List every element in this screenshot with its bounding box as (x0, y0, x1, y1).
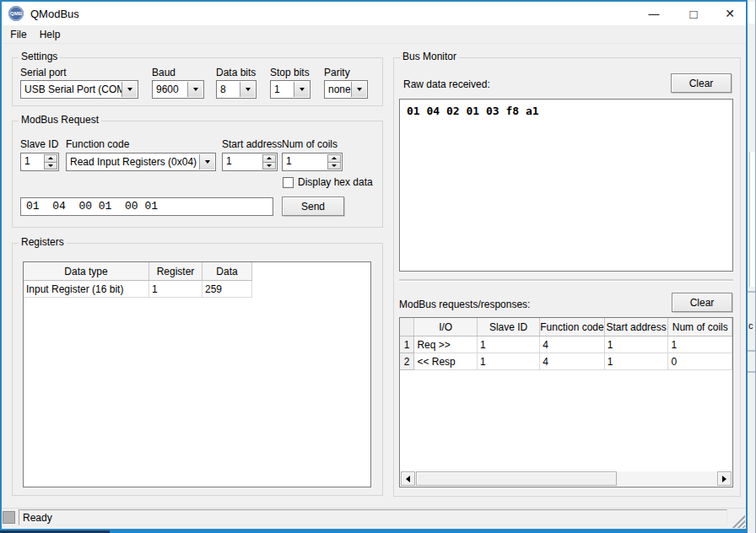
requests-col-slave-id: Slave ID (477, 318, 539, 336)
app-icon[interactable]: QMB (8, 6, 24, 21)
status-message-panel: Ready (19, 509, 727, 525)
bus-monitor-group-title: Bus Monitor (400, 51, 459, 62)
registers-group-title: Registers (19, 237, 67, 248)
requests-table: I/O Slave ID Function code Start address… (399, 317, 733, 487)
background-window-clipped-text: c (748, 320, 753, 331)
start-address-cell[interactable]: 1 (604, 353, 668, 370)
baud-label: Baud (152, 67, 176, 78)
spin-down-icon[interactable] (327, 163, 341, 170)
send-button[interactable]: Send (282, 197, 344, 216)
function-code-cell[interactable]: 4 (540, 353, 604, 370)
io-cell[interactable]: Req >> (414, 336, 478, 353)
num-coils-cell[interactable]: 0 (668, 353, 732, 370)
num-coils-value: 1 (286, 155, 292, 167)
menu-file[interactable]: File (7, 25, 30, 44)
stop-bits-label: Stop bits (270, 67, 310, 78)
register-value-cell[interactable]: 259 (202, 281, 252, 298)
spin-up-icon[interactable] (327, 154, 341, 163)
raw-data-view[interactable]: 01 04 02 01 03 f8 a1 (399, 99, 733, 272)
minimize-button[interactable]: — (635, 2, 672, 25)
data-bits-label: Data bits (216, 67, 256, 78)
registers-table: Data type Register Data Input Register (… (23, 261, 371, 487)
register-data-type-cell[interactable]: Input Register (16 bit) (24, 281, 149, 298)
parity-label: Parity (324, 67, 350, 78)
clear-raw-data-button[interactable]: Clear (671, 73, 732, 93)
slave-id-spinbox[interactable]: 1 (20, 153, 59, 171)
requests-col-function-code: Function code (540, 318, 604, 336)
spin-down-icon[interactable] (44, 163, 57, 170)
display-hex-checkbox[interactable] (283, 177, 294, 188)
table-row: 1 Req >> 1 4 1 1 (400, 336, 732, 353)
spin-up-icon[interactable] (44, 154, 57, 163)
function-code-value: Read Input Registers (0x04) (67, 156, 212, 168)
slave-id-label: Slave ID (20, 138, 58, 150)
scrollbar-thumb[interactable] (416, 471, 617, 486)
close-icon: ✕ (725, 7, 735, 20)
maximize-icon: □ (689, 7, 697, 21)
chevron-down-icon[interactable] (122, 82, 137, 97)
minimize-icon: — (649, 8, 660, 20)
requests-col-start-address: Start address (604, 318, 668, 336)
titlebar[interactable] (2, 2, 746, 25)
slave-id-cell[interactable]: 1 (477, 353, 539, 370)
start-address-spinbox[interactable]: 1 (222, 153, 278, 171)
slave-id-cell[interactable]: 1 (477, 336, 539, 353)
serial-port-label: Serial port (20, 67, 67, 78)
close-button[interactable]: ✕ (714, 2, 746, 25)
chevron-down-icon[interactable] (240, 82, 255, 97)
screen: QMB QModBus — □ ✕ File Help Settings Ser… (0, 0, 756, 533)
requests-table-label: ModBus requests/responses: (399, 299, 530, 310)
function-code-cell[interactable]: 4 (540, 336, 604, 353)
function-code-label: Function code (66, 138, 129, 150)
display-hex-label: Display hex data (298, 176, 373, 188)
status-text: Ready (23, 512, 52, 524)
settings-group-title: Settings (19, 51, 60, 62)
registers-col-register: Register (149, 262, 202, 281)
io-cell[interactable]: << Resp (414, 353, 478, 370)
request-bytes-field[interactable]: 01 04 00 01 00 01 (20, 197, 273, 216)
registers-col-data-type: Data type (24, 262, 149, 281)
serial-port-combo[interactable]: USB Serial Port (COM2) (20, 80, 138, 99)
stop-bits-value: 1 (271, 83, 295, 95)
requests-corner-cell (400, 318, 414, 336)
stop-bits-combo[interactable]: 1 (270, 80, 310, 99)
spin-down-icon[interactable] (262, 163, 276, 170)
maximize-button[interactable]: □ (675, 2, 712, 25)
menubar (2, 25, 746, 44)
row-number: 1 (400, 336, 414, 353)
registers-col-data: Data (202, 262, 252, 281)
baud-combo[interactable]: 9600 (152, 80, 204, 99)
num-coils-cell[interactable]: 1 (668, 336, 732, 353)
slave-id-value: 1 (24, 155, 30, 167)
start-address-cell[interactable]: 1 (604, 336, 668, 353)
raw-data-label: Raw data received: (403, 78, 490, 90)
table-row: 2 << Resp 1 4 1 0 (400, 353, 732, 370)
splitter-handle[interactable] (399, 279, 733, 281)
num-coils-spinbox[interactable]: 1 (282, 153, 343, 171)
row-number: 2 (400, 353, 414, 370)
spin-up-icon[interactable] (262, 154, 276, 163)
chevron-down-icon[interactable] (199, 154, 214, 170)
parity-combo[interactable]: none (324, 80, 368, 99)
start-address-value: 1 (226, 155, 232, 167)
num-coils-label: Num of coils (282, 138, 338, 150)
data-bits-combo[interactable]: 8 (216, 80, 256, 99)
chevron-down-icon[interactable] (187, 82, 202, 97)
function-code-combo[interactable]: Read Input Registers (0x04) (66, 153, 216, 171)
start-address-label: Start address (222, 138, 282, 150)
window-title: QModBus (30, 8, 79, 20)
horizontal-scrollbar[interactable] (401, 471, 732, 486)
scroll-left-icon[interactable] (401, 471, 415, 486)
data-bits-value: 8 (217, 83, 241, 95)
table-row: Input Register (16 bit) 1 259 (24, 281, 252, 298)
requests-col-num-coils: Num of coils (668, 318, 732, 336)
scroll-right-icon[interactable] (717, 471, 732, 486)
menu-help[interactable]: Help (35, 25, 64, 44)
chevron-down-icon[interactable] (351, 82, 366, 97)
register-number-cell[interactable]: 1 (149, 281, 202, 298)
chevron-down-icon[interactable] (294, 82, 309, 97)
requests-col-io: I/O (414, 318, 478, 336)
connection-led (3, 511, 15, 524)
serial-port-value: USB Serial Port (COM2) (21, 83, 138, 95)
clear-requests-button[interactable]: Clear (672, 293, 732, 312)
